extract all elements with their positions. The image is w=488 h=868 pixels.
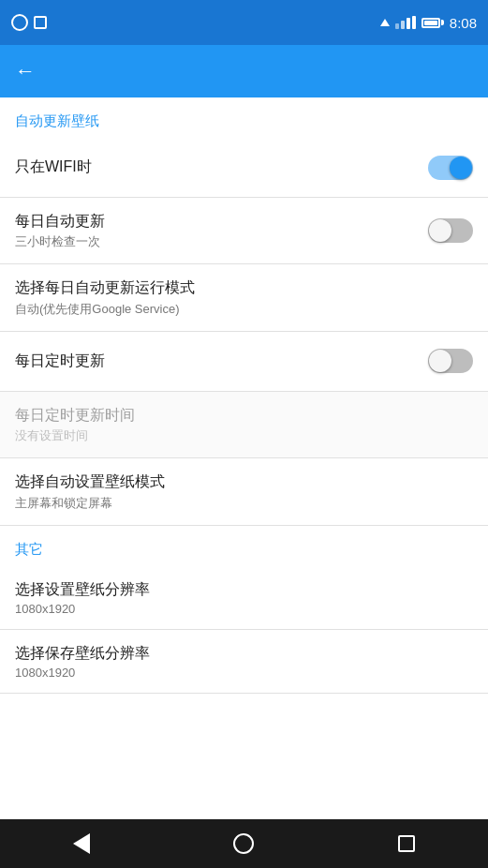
setting-subtitle-wallpaper-resolution: 1080x1920 — [15, 602, 473, 616]
setting-title-daily-auto-mode: 选择每日自动更新运行模式 — [15, 277, 473, 298]
toggle-track-wifi-only — [428, 156, 473, 180]
setting-title-daily-auto-update: 每日自动更新 — [15, 211, 417, 232]
section-header-auto-wallpaper: 自动更新壁纸 — [0, 97, 488, 138]
home-nav-icon — [233, 833, 254, 854]
signal-bars-icon — [395, 16, 416, 29]
bottom-navigation — [0, 819, 488, 868]
setting-title-daily-timed-time: 每日定时更新时间 — [15, 405, 473, 426]
toggle-daily-auto-update[interactable] — [428, 218, 473, 243]
app-bar: ← — [0, 45, 488, 97]
setting-text-wallpaper-resolution: 选择设置壁纸分辨率1080x1920 — [15, 579, 473, 616]
status-bar: 8:08 — [0, 0, 488, 45]
setting-title-wallpaper-mode: 选择自动设置壁纸模式 — [15, 471, 473, 492]
status-bar-right-icons: 8:08 — [380, 15, 477, 31]
nav-back-button[interactable] — [58, 819, 105, 868]
toggle-thumb-daily-timed-update — [429, 350, 451, 372]
toggle-thumb-wifi-only — [450, 157, 472, 179]
back-button[interactable]: ← — [15, 61, 36, 82]
setting-text-wallpaper-mode: 选择自动设置壁纸模式主屏幕和锁定屏幕 — [15, 471, 473, 511]
notification-icon — [34, 16, 47, 29]
nav-home-button[interactable] — [220, 819, 267, 868]
setting-text-daily-timed-time: 每日定时更新时间没有设置时间 — [15, 405, 473, 444]
content-area: 自动更新壁纸只在WIFI时每日自动更新三小时检查一次选择每日自动更新运行模式自动… — [0, 97, 488, 819]
setting-title-save-resolution: 选择保存壁纸分辨率 — [15, 643, 473, 664]
setting-subtitle-daily-timed-time: 没有设置时间 — [15, 427, 473, 444]
toggle-track-daily-auto-update — [428, 218, 473, 243]
setting-text-save-resolution: 选择保存壁纸分辨率1080x1920 — [15, 643, 473, 680]
setting-subtitle-daily-auto-mode: 自动(优先使用Google Service) — [15, 301, 473, 318]
setting-title-wifi-only: 只在WIFI时 — [15, 157, 417, 177]
setting-title-wallpaper-resolution: 选择设置壁纸分辨率 — [15, 579, 473, 600]
section-header-other: 其它 — [0, 526, 488, 566]
recents-nav-icon — [398, 835, 415, 852]
setting-row-wallpaper-resolution[interactable]: 选择设置壁纸分辨率1080x1920 — [0, 566, 488, 630]
time-display: 8:08 — [450, 15, 477, 31]
signal-icon — [11, 14, 28, 31]
battery-icon — [421, 18, 444, 28]
setting-row-daily-auto-update[interactable]: 每日自动更新三小时检查一次 — [0, 198, 488, 264]
setting-text-daily-auto-update: 每日自动更新三小时检查一次 — [15, 211, 417, 250]
wifi-icon — [380, 19, 390, 26]
setting-row-daily-timed-update[interactable]: 每日定时更新 — [0, 332, 488, 392]
setting-row-daily-auto-mode[interactable]: 选择每日自动更新运行模式自动(优先使用Google Service) — [0, 264, 488, 331]
setting-subtitle-wallpaper-mode: 主屏幕和锁定屏幕 — [15, 495, 473, 512]
setting-subtitle-daily-auto-update: 三小时检查一次 — [15, 233, 417, 250]
setting-subtitle-save-resolution: 1080x1920 — [15, 666, 473, 680]
toggle-wifi-only[interactable] — [428, 156, 473, 180]
nav-recents-button[interactable] — [383, 819, 430, 868]
setting-text-daily-timed-update: 每日定时更新 — [15, 351, 417, 371]
back-nav-icon — [73, 833, 90, 854]
setting-row-wallpaper-mode[interactable]: 选择自动设置壁纸模式主屏幕和锁定屏幕 — [0, 458, 488, 525]
status-bar-left-icons — [11, 14, 47, 31]
setting-row-wifi-only[interactable]: 只在WIFI时 — [0, 138, 488, 198]
setting-title-daily-timed-update: 每日定时更新 — [15, 351, 417, 371]
setting-text-daily-auto-mode: 选择每日自动更新运行模式自动(优先使用Google Service) — [15, 277, 473, 317]
toggle-thumb-daily-auto-update — [429, 219, 451, 242]
setting-row-save-resolution[interactable]: 选择保存壁纸分辨率1080x1920 — [0, 630, 488, 694]
toggle-daily-timed-update[interactable] — [428, 349, 473, 373]
setting-text-wifi-only: 只在WIFI时 — [15, 157, 417, 177]
toggle-track-daily-timed-update — [428, 349, 473, 373]
setting-row-daily-timed-time: 每日定时更新时间没有设置时间 — [0, 392, 488, 458]
